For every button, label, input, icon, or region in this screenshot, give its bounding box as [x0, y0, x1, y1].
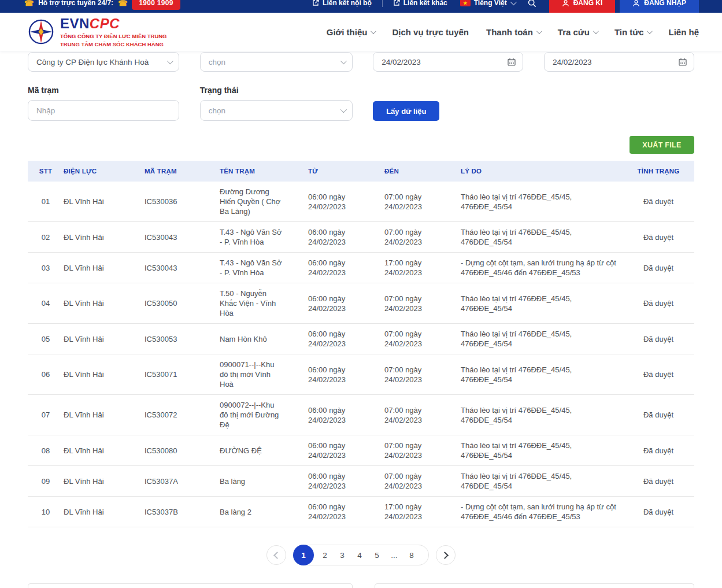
export-file-button[interactable]: XUẤT FILE: [630, 136, 694, 154]
next-page-button[interactable]: [436, 545, 456, 565]
register-label: ĐĂNG KÍ: [573, 0, 603, 7]
cell-status: Đã duyệt: [623, 222, 694, 253]
page-button-1[interactable]: 1: [293, 545, 314, 565]
chevron-down-icon: [371, 28, 376, 34]
cell-stt: 05: [28, 324, 64, 354]
bottom-box-right: [375, 583, 694, 588]
cell-code: IC530072: [145, 395, 220, 435]
cell-unit: ĐL Vĩnh Hải: [64, 222, 145, 253]
other-links[interactable]: Liên kết khác: [393, 0, 447, 7]
page-button-8[interactable]: 8: [403, 551, 420, 560]
column-header-to: ĐẾN: [384, 161, 461, 182]
topbar: ☎ Hỗ trợ trực tuyến 24/7: ☎ 1900 1909 Li…: [0, 0, 722, 13]
cell-code: IC530036: [145, 182, 220, 222]
nav-item-label: Tra cứu: [558, 27, 590, 37]
nav-item-1[interactable]: Dịch vụ trực tuyến: [392, 27, 469, 37]
nav-item-2[interactable]: Thanh toán: [486, 27, 540, 37]
table-row: 08ĐL Vĩnh HảiIC530080ĐƯỜNG ĐỆ06:00 ngày …: [28, 435, 694, 466]
status-label: Trạng thái: [200, 86, 353, 95]
page-button-4[interactable]: 4: [351, 551, 368, 560]
nav-item-label: Giới thiệu: [327, 27, 368, 37]
cell-unit: ĐL Vĩnh Hải: [64, 253, 145, 283]
company-select-value: Công ty CP Điện lực Khánh Hoà: [36, 58, 149, 66]
table-row: 07ĐL Vĩnh HảiIC5300720900072--|--Khu đô …: [28, 395, 694, 435]
chevron-down-icon: [510, 0, 516, 5]
logo-text: EVNCPC TỔNG CÔNG TY ĐIỆN LỰC MIỀN TRUNG …: [60, 16, 167, 48]
cell-stt: 08: [28, 435, 64, 466]
station-code-input[interactable]: [28, 100, 179, 121]
evncpc-logo[interactable]: EVNCPC TỔNG CÔNG TY ĐIỆN LỰC MIỀN TRUNG …: [28, 16, 167, 48]
topbar-right: Liên kết nội bộ Liên kết khác ★ Tiếng Vi…: [312, 0, 699, 13]
table-row: 09ĐL Vĩnh HảiIC53037ABa làng06:00 ngày 2…: [28, 466, 694, 497]
language-label: Tiếng Việt: [474, 0, 507, 7]
column-header-name: TÊN TRẠM: [220, 161, 308, 182]
date-from-input[interactable]: 24/02/2023: [373, 52, 523, 72]
cell-unit: ĐL Vĩnh Hải: [64, 435, 145, 466]
cell-unit: ĐL Vĩnh Hải: [64, 182, 145, 222]
nav-item-3[interactable]: Tra cứu: [558, 27, 597, 37]
nav-item-4[interactable]: Tin tức: [614, 27, 651, 37]
table-row: 10ĐL Vĩnh HảiIC53037BBa làng 206:00 ngày…: [28, 497, 694, 527]
cell-name: ĐƯỜNG ĐỆ: [220, 435, 308, 466]
cell-name: Đường Dương Hiến Quyền ( Chợ Ba Làng): [220, 182, 308, 222]
cell-to: 07:00 ngày 24/02/2023: [384, 283, 461, 324]
column-header-reason: LÝ DO: [461, 161, 623, 182]
cell-reason: - Dựng cột cột tạm, san lưới trung hạ áp…: [461, 253, 623, 283]
external-link-icon: [312, 0, 319, 6]
status-field: Trạng thái chọn: [200, 86, 353, 121]
fetch-data-button[interactable]: Lấy dữ liệu: [373, 101, 439, 121]
logo-cpc: CPC: [90, 16, 120, 31]
date-to-input[interactable]: 24/02/2023: [544, 52, 694, 72]
nav-item-label: Tin tức: [614, 27, 644, 37]
cell-unit: ĐL Vĩnh Hải: [64, 466, 145, 497]
unit-select[interactable]: chọn: [200, 52, 353, 72]
cell-status: Đã duyệt: [623, 435, 694, 466]
prev-page-button[interactable]: [266, 545, 286, 565]
chevron-down-icon: [593, 28, 599, 34]
cell-from: 06:00 ngày 24/02/2023: [308, 324, 384, 354]
bottom-section: [28, 583, 694, 588]
page-list: 12345...8: [293, 545, 429, 565]
chevron-left-icon: [273, 552, 281, 559]
cell-name: T.50 - Nguyễn Khắc Viện - Vĩnh Hòa: [220, 283, 308, 324]
unit-select-placeholder: chọn: [209, 58, 225, 66]
login-button[interactable]: ĐĂNG NHẬP: [620, 0, 699, 13]
cell-to: 07:00 ngày 24/02/2023: [384, 222, 461, 253]
calendar-icon: [679, 58, 687, 66]
cell-stt: 06: [28, 354, 64, 395]
calendar-icon: [508, 58, 516, 66]
cell-code: IC530080: [145, 435, 220, 466]
topbar-left: ☎ Hỗ trợ trực tuyến 24/7: ☎ 1900 1909: [24, 0, 180, 13]
logo-subtitle-2: TRUNG TÂM CHĂM SÓC KHÁCH HÀNG: [60, 41, 167, 48]
cell-status: Đã duyệt: [623, 354, 694, 395]
page-button-2[interactable]: 2: [316, 551, 334, 560]
chevron-down-icon: [340, 106, 346, 113]
chevron-down-icon: [167, 58, 173, 64]
cell-status: Đã duyệt: [623, 466, 694, 497]
page-button-3[interactable]: 3: [334, 551, 351, 560]
cell-from: 06:00 ngày 24/02/2023: [308, 354, 384, 395]
table-header-row: STTĐIỆN LỰCMÃ TRẠMTÊN TRẠMTỪĐẾNLÝ DOTÌNH…: [28, 161, 694, 182]
cell-unit: ĐL Vĩnh Hải: [64, 354, 145, 395]
cell-to: 07:00 ngày 24/02/2023: [384, 435, 461, 466]
search-icon[interactable]: [528, 0, 536, 8]
hotline-badge[interactable]: 1900 1909: [132, 0, 180, 10]
cell-stt: 10: [28, 497, 64, 527]
column-header-from: TỪ: [308, 161, 384, 182]
cell-reason: Tháo lèo tại vị trí 476ĐĐE_45/45, 476ĐĐE…: [461, 324, 623, 354]
column-header-stt: STT: [28, 161, 64, 182]
phone-small-icon: ☎: [118, 0, 127, 8]
station-code-field: Mã trạm: [28, 86, 179, 121]
internal-links[interactable]: Liên kết nội bộ: [312, 0, 372, 7]
status-select-placeholder: chọn: [209, 106, 225, 115]
page-button-5[interactable]: 5: [368, 551, 386, 560]
register-button[interactable]: ĐĂNG KÍ: [549, 0, 616, 13]
nav-item-0[interactable]: Giới thiệu: [327, 27, 375, 37]
cell-status: Đã duyệt: [623, 324, 694, 354]
cell-name: 0900072--|--Khu đô thị mới Đường Đệ: [220, 395, 308, 435]
nav-item-5[interactable]: Liên hệ: [668, 27, 699, 37]
status-select[interactable]: chọn: [200, 100, 353, 121]
cell-stt: 07: [28, 395, 64, 435]
language-switcher[interactable]: ★ Tiếng Việt: [460, 0, 515, 7]
company-select[interactable]: Công ty CP Điện lực Khánh Hoà: [28, 52, 179, 72]
